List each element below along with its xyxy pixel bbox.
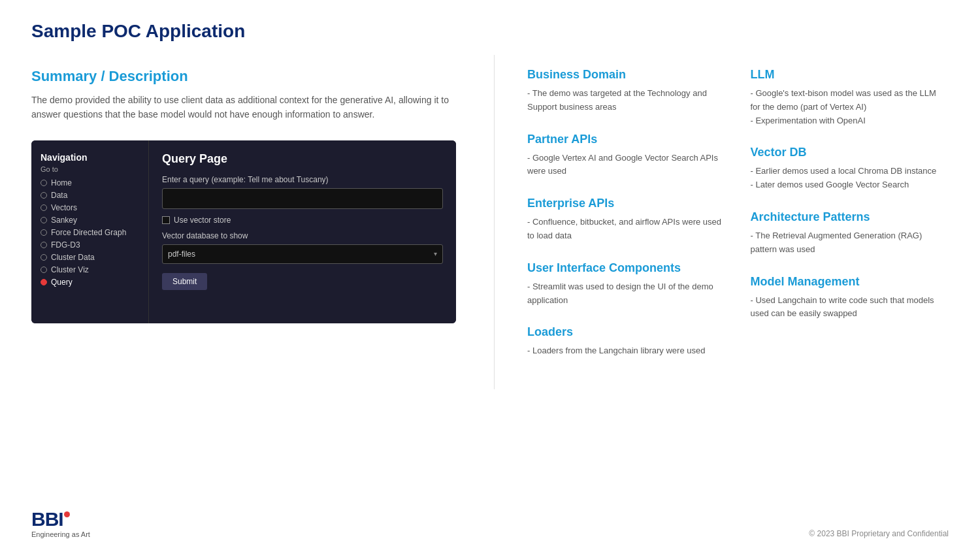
query-label: Enter a query (example: Tell me about Tu… <box>162 175 443 184</box>
nav-item[interactable]: Cluster Viz <box>41 265 139 274</box>
select-value: pdf-files <box>168 250 195 259</box>
bbi-logo-text: BBI <box>31 510 70 529</box>
info-heading: User Interface Components <box>527 261 725 275</box>
summary-text: The demo provided the ability to use cli… <box>31 93 456 122</box>
info-block: Partner APIs- Google Vertex AI and Googl… <box>527 133 725 179</box>
nav-goto: Go to <box>41 165 139 173</box>
info-block: User Interface Components- Streamlit was… <box>527 261 725 308</box>
bbi-dot-icon <box>64 511 70 517</box>
page-title: Sample POC Application <box>0 0 980 55</box>
nav-item[interactable]: Vectors <box>41 203 139 212</box>
info-heading: Loaders <box>527 325 725 339</box>
info-text: - Google's text-bison model was used as … <box>751 87 948 127</box>
info-text: - Google Vertex AI and Google Vector Sea… <box>527 152 725 179</box>
nav-item-label: Cluster Viz <box>51 265 89 274</box>
info-block: Enterprise APIs- Confluence, bitbucket, … <box>527 197 725 243</box>
nav-item[interactable]: Force Directed Graph <box>41 228 139 237</box>
nav-title: Navigation <box>41 152 139 163</box>
chevron-down-icon: ▾ <box>434 250 437 257</box>
info-text: - The Retrieval Augmented Generation (RA… <box>751 229 948 257</box>
nav-item[interactable]: Data <box>41 191 139 200</box>
info-block: Business Domain- The demo was targeted a… <box>527 68 725 114</box>
vector-db-label: Vector database to show <box>162 231 443 240</box>
info-heading: Vector DB <box>751 146 948 159</box>
bbi-tagline: Engineering as Art <box>31 530 90 538</box>
query-page-title: Query Page <box>162 152 443 166</box>
nav-item-label: FDG-D3 <box>51 240 80 250</box>
info-heading: Model Management <box>751 275 948 289</box>
info-block: Loaders- Loaders from the Langchain libr… <box>527 325 725 358</box>
info-text: - Earlier demos used a local Chroma DB i… <box>751 165 948 192</box>
info-text: - Confluence, bitbucket, and airflow API… <box>527 216 725 243</box>
footer-copyright: © 2023 BBI Proprietary and Confidential <box>809 529 949 538</box>
info-block: Architecture Patterns- The Retrieval Aug… <box>751 210 948 257</box>
nav-sidebar: Navigation Go to HomeDataVectorsSankeyFo… <box>31 140 149 323</box>
info-heading: Architecture Patterns <box>751 210 948 224</box>
info-text: - Used Langchain to write code such that… <box>751 294 948 321</box>
submit-button[interactable]: Submit <box>162 273 207 290</box>
nav-item-label: Data <box>51 191 67 200</box>
radio-circle <box>41 267 47 273</box>
info-text: - The demo was targeted at the Technolog… <box>527 87 725 114</box>
query-content-area: Query Page Enter a query (example: Tell … <box>149 140 456 323</box>
footer: BBI Engineering as Art © 2023 BBI Propri… <box>0 503 980 550</box>
right-col-2: LLM- Google's text-bison model was used … <box>738 68 961 376</box>
radio-circle <box>41 229 47 236</box>
nav-item[interactable]: Cluster Data <box>41 253 139 262</box>
radio-circle <box>41 217 47 223</box>
info-heading: LLM <box>751 68 948 82</box>
nav-item-label: Cluster Data <box>51 253 95 262</box>
app-screenshot: Navigation Go to HomeDataVectorsSankeyFo… <box>31 140 456 323</box>
radio-circle <box>41 242 47 248</box>
info-block: Model Management- Used Langchain to writ… <box>751 275 948 321</box>
radio-circle <box>41 192 47 199</box>
radio-circle <box>41 254 47 261</box>
radio-circle <box>41 180 47 186</box>
summary-heading: Summary / Description <box>31 68 456 85</box>
vector-db-select[interactable]: pdf-files ▾ <box>162 244 443 264</box>
info-text: - Streamlit was used to design the UI of… <box>527 280 725 308</box>
right-col-1: Business Domain- The demo was targeted a… <box>514 68 738 376</box>
nav-item[interactable]: FDG-D3 <box>41 240 139 250</box>
radio-circle <box>41 279 47 285</box>
nav-item-label: Vectors <box>51 203 77 212</box>
right-panel: Business Domain- The demo was targeted a… <box>501 55 980 389</box>
bbi-logo: BBI Engineering as Art <box>31 510 90 538</box>
vertical-divider <box>494 55 495 389</box>
info-heading: Partner APIs <box>527 133 725 146</box>
nav-item[interactable]: Query <box>41 278 139 287</box>
bbi-wordmark: BBI <box>31 510 63 529</box>
nav-item[interactable]: Home <box>41 178 139 187</box>
nav-item-label: Sankey <box>51 216 77 225</box>
info-heading: Business Domain <box>527 68 725 82</box>
checkbox-label: Use vector store <box>174 216 231 225</box>
info-heading: Enterprise APIs <box>527 197 725 210</box>
nav-item-label: Query <box>51 278 73 287</box>
info-text: - Loaders from the Langchain library wer… <box>527 344 725 358</box>
left-panel: Summary / Description The demo provided … <box>0 55 487 389</box>
nav-item-label: Home <box>51 178 72 187</box>
nav-item-label: Force Directed Graph <box>51 228 126 237</box>
info-block: LLM- Google's text-bison model was used … <box>751 68 948 127</box>
radio-circle <box>41 204 47 211</box>
nav-item[interactable]: Sankey <box>41 216 139 225</box>
summary-block: Summary / Description The demo provided … <box>31 68 456 122</box>
info-block: Vector DB- Earlier demos used a local Ch… <box>751 146 948 192</box>
vector-store-checkbox-row: Use vector store <box>162 216 443 225</box>
query-input[interactable] <box>162 188 443 209</box>
vector-store-checkbox[interactable] <box>162 216 170 224</box>
